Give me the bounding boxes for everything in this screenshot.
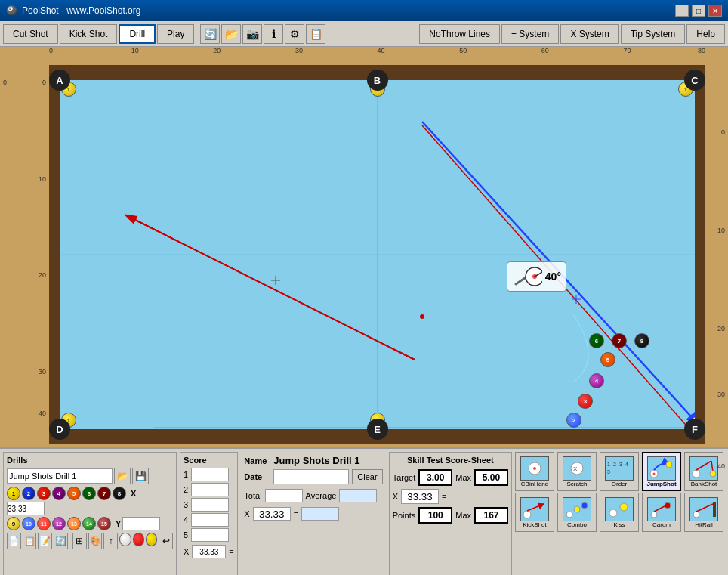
corner-f: F (684, 419, 705, 440)
score-row-3-input[interactable] (191, 498, 229, 512)
refresh-button[interactable]: 🔄 (200, 24, 220, 44)
info-button[interactable]: ℹ (264, 24, 283, 44)
ball-btn-12[interactable]: 12 (52, 517, 66, 530)
drill-button[interactable]: Drill (119, 24, 156, 44)
ball-btn-10[interactable]: 10 (22, 517, 35, 530)
ball-btn-6[interactable]: 6 (82, 487, 96, 500)
toolbar: Cut Shot Kick Shot Drill Play 🔄 📂 📷 ℹ ⚙ … (0, 21, 728, 47)
play-button[interactable]: Play (157, 24, 194, 44)
x-label: X (131, 487, 136, 500)
score-row-2-input[interactable] (191, 483, 229, 496)
hitrail-btn[interactable]: HitRail (684, 493, 723, 532)
svg-point-41 (574, 506, 580, 512)
ball-btn-11[interactable]: 11 (37, 517, 51, 530)
cut-shot-button[interactable]: Cut Shot (3, 24, 58, 44)
y-input[interactable] (122, 517, 160, 530)
kickshot-btn[interactable]: KickShot (515, 493, 554, 532)
help-button[interactable]: Help (686, 24, 725, 44)
ball-btn-14[interactable]: 14 (82, 517, 96, 530)
ball-btn-15[interactable]: 15 (97, 517, 111, 530)
ball-btn-7[interactable]: 7 (97, 487, 111, 500)
app-title: PoolShot - www.PoolShot.org (22, 5, 140, 16)
open-drill-button[interactable]: 📂 (114, 468, 131, 484)
plus-system-button[interactable]: + System (501, 24, 559, 44)
points-max-input[interactable] (474, 507, 508, 524)
doc-icon-btn[interactable]: 📄 (7, 533, 21, 549)
ball-btn-5[interactable]: 5 (67, 487, 81, 500)
arrow-up-btn[interactable]: ↑ (103, 533, 118, 549)
tip-system-button[interactable]: Tip System (621, 24, 686, 44)
hitrail-label: HitRail (695, 521, 713, 528)
svg-point-34 (693, 470, 700, 478)
svg-line-46 (654, 505, 666, 512)
carom-btn[interactable]: Carom (642, 493, 681, 532)
score-row-1-input[interactable] (191, 468, 229, 481)
kick-shot-button[interactable]: Kick Shot (60, 24, 118, 44)
nothrow-button[interactable]: NoThrow Lines (419, 24, 500, 44)
maximize-button[interactable]: □ (692, 5, 705, 17)
combo-btn[interactable]: Combo (557, 493, 597, 532)
minimize-button[interactable]: − (675, 5, 689, 17)
list-icon-btn[interactable]: 📋 (23, 533, 37, 549)
svg-line-49 (696, 504, 713, 512)
close-button[interactable]: ✕ (708, 5, 722, 17)
ball-btn-3[interactable]: 3 (37, 487, 51, 500)
ruler-mark-50: 50 (459, 47, 467, 54)
score-row-4-label: 4 (184, 515, 188, 524)
average-input[interactable] (339, 489, 377, 502)
svg-point-43 (609, 509, 617, 517)
points-input[interactable] (418, 507, 452, 524)
name-date-section: Name Jump Shots Drill 1 Date Clear Total… (241, 452, 385, 575)
drill-name-input[interactable] (7, 468, 113, 484)
x-name-input[interactable] (253, 507, 291, 521)
open-button[interactable]: 📂 (221, 24, 241, 44)
svg-point-33 (666, 462, 672, 468)
ball-btn-1[interactable]: 1 (7, 487, 20, 500)
x-score-input[interactable] (192, 545, 226, 558)
undo-btn[interactable]: ↩ (159, 533, 173, 549)
export-button[interactable]: 📋 (306, 24, 325, 44)
grid-icon-btn[interactable]: ⊞ (72, 533, 87, 549)
ball-btn-4[interactable]: 4 (52, 487, 66, 500)
save-drill-button[interactable]: 💾 (132, 468, 149, 484)
ball-btn-2[interactable]: 2 (22, 487, 35, 500)
settings-button[interactable]: ⚙ (285, 24, 304, 44)
app-icon: 🎱 (6, 5, 17, 16)
ball-btn-13[interactable]: 13 (67, 517, 81, 530)
ball-btn-8[interactable]: 8 (113, 487, 126, 500)
table-area: 0 0 10 20 30 40 (0, 62, 728, 447)
clear-button[interactable]: Clear (352, 469, 382, 484)
kiss-label: Kiss (613, 521, 625, 528)
x-skill-input[interactable] (401, 489, 439, 504)
svg-text:2: 2 (613, 462, 616, 467)
jumpshot-label: JumpShot (646, 481, 676, 487)
cbinhand-btn[interactable]: CBinHand (515, 452, 554, 491)
score-row-4-input[interactable] (191, 513, 229, 527)
total-input[interactable] (265, 489, 303, 502)
x-system-button[interactable]: X System (560, 24, 618, 44)
camera-button[interactable]: 📷 (242, 24, 262, 44)
corner-e: E (367, 419, 388, 440)
jumpshot-btn[interactable]: JumpShot (642, 452, 681, 491)
target-input[interactable] (418, 469, 452, 486)
copy-icon-btn[interactable]: 📝 (38, 533, 52, 549)
svg-text:3: 3 (619, 462, 622, 467)
average-label: Average (306, 491, 337, 500)
result-name-input[interactable] (301, 507, 339, 521)
yellow-ball-btn[interactable] (146, 533, 157, 546)
score-row-1-label: 1 (184, 470, 188, 479)
x-input[interactable] (7, 502, 45, 515)
svg-text:1: 1 (607, 462, 610, 467)
max-input[interactable] (474, 469, 508, 486)
order-btn[interactable]: 123 45 Order (600, 452, 639, 491)
kiss-btn[interactable]: Kiss (600, 493, 639, 532)
cue-ball-btn[interactable] (119, 533, 131, 546)
score-row-5-input[interactable] (191, 528, 229, 542)
date-input[interactable] (273, 469, 349, 484)
bankshot-btn[interactable]: BankShot (684, 452, 723, 491)
scratch-btn[interactable]: X Scratch (557, 452, 597, 491)
red-ball-btn[interactable] (133, 533, 144, 546)
color-icon-btn[interactable]: 🎨 (88, 533, 103, 549)
ball-btn-9[interactable]: 9 (7, 517, 20, 530)
refresh-icon-btn[interactable]: 🔄 (54, 533, 68, 549)
